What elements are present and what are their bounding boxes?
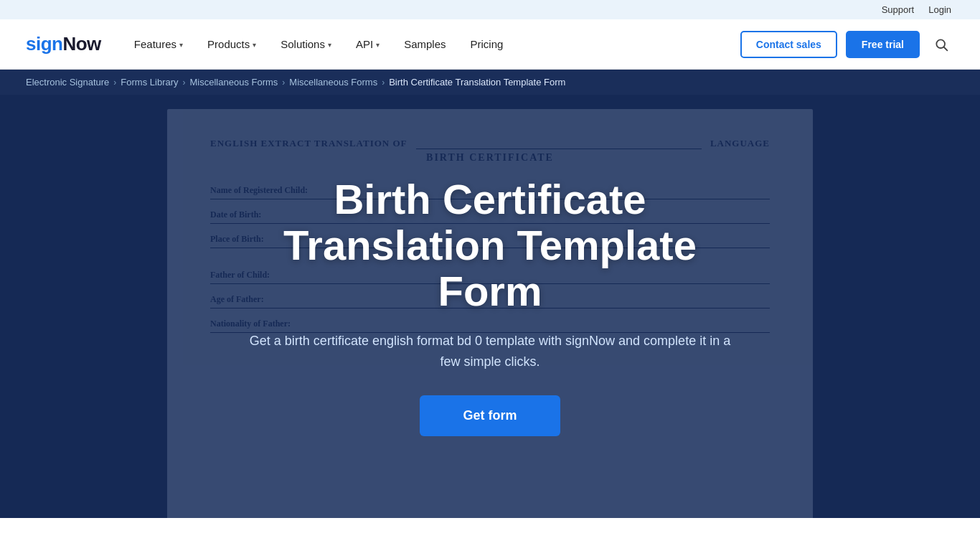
logo-text: signNow	[26, 33, 101, 55]
nav-samples[interactable]: Samples	[394, 32, 456, 56]
main-navbar: signNow Features ▾ Products ▾ Solutions …	[0, 19, 980, 70]
free-trial-button[interactable]: Free trial	[846, 31, 920, 58]
breadcrumb-sep-4: ›	[382, 77, 385, 88]
breadcrumb-electronic-signature[interactable]: Electronic Signature	[26, 77, 109, 88]
logo[interactable]: signNow	[26, 33, 101, 55]
nav-products[interactable]: Products ▾	[197, 32, 266, 56]
api-chevron-icon: ▾	[376, 41, 380, 49]
contact-sales-button[interactable]: Contact sales	[740, 31, 837, 58]
hero-subtitle: Get a birth certificate english format b…	[246, 331, 734, 372]
get-form-button[interactable]: Get form	[420, 395, 560, 436]
breadcrumb: Electronic Signature › Forms Library › M…	[0, 70, 980, 95]
products-chevron-icon: ▾	[253, 41, 256, 49]
breadcrumb-misc-forms-1[interactable]: Miscellaneous Forms	[190, 77, 278, 88]
breadcrumb-sep-3: ›	[282, 77, 285, 88]
search-button[interactable]	[928, 34, 954, 55]
breadcrumb-current: Birth Certificate Translation Template F…	[389, 77, 565, 88]
features-chevron-icon: ▾	[179, 41, 183, 49]
nav-pricing[interactable]: Pricing	[461, 32, 514, 56]
nav-api[interactable]: API ▾	[346, 32, 390, 56]
breadcrumb-forms-library[interactable]: Forms Library	[121, 77, 178, 88]
search-icon	[934, 37, 948, 52]
breadcrumb-sep-1: ›	[113, 77, 116, 88]
nav-links: Features ▾ Products ▾ Solutions ▾ API ▾ …	[124, 32, 740, 56]
hero-title: Birth Certificate Translation Template F…	[246, 176, 734, 314]
top-utility-bar: Support Login	[0, 0, 980, 19]
svg-line-1	[944, 47, 948, 50]
breadcrumb-misc-forms-2[interactable]: Miscellaneous Forms	[289, 77, 377, 88]
nav-features[interactable]: Features ▾	[124, 32, 193, 56]
hero-section: English Extract Translation of Language …	[0, 95, 980, 518]
hero-content: Birth Certificate Translation Template F…	[232, 148, 748, 465]
login-link[interactable]: Login	[928, 4, 951, 15]
solutions-chevron-icon: ▾	[328, 41, 331, 49]
support-link[interactable]: Support	[882, 4, 915, 15]
nav-solutions[interactable]: Solutions ▾	[270, 32, 341, 56]
breadcrumb-sep-2: ›	[183, 77, 186, 88]
nav-right: Contact sales Free trial	[740, 31, 954, 58]
